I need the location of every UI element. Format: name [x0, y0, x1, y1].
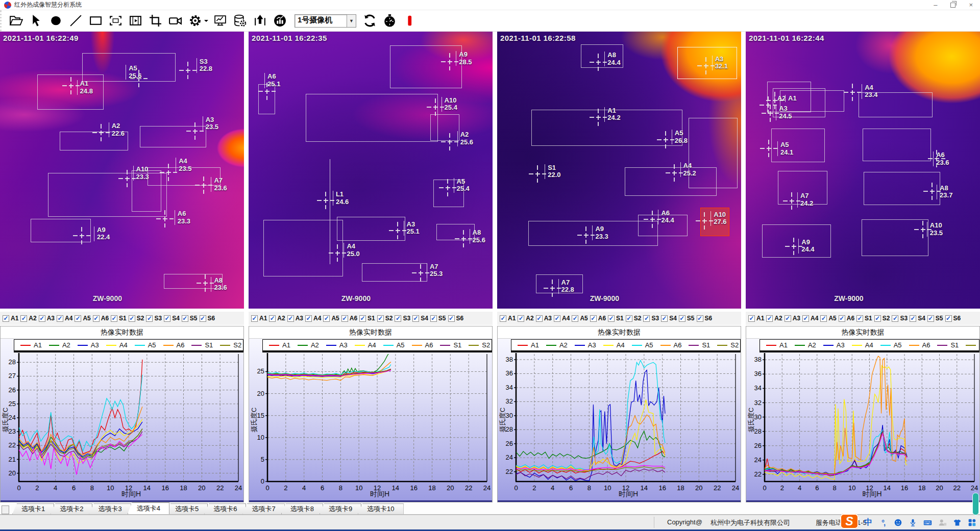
toggle-S3[interactable]: ✓S3	[892, 315, 908, 322]
restore-button[interactable]	[950, 1, 955, 10]
checkbox-checked-icon[interactable]: ✓	[305, 315, 312, 322]
ime-skin-icon[interactable]	[952, 517, 962, 527]
checkbox-checked-icon[interactable]: ✓	[697, 315, 703, 322]
checkbox-checked-icon[interactable]: ✓	[626, 315, 632, 322]
toggle-A4[interactable]: ✓A4	[57, 315, 72, 322]
checkbox-checked-icon[interactable]: ✓	[57, 315, 63, 322]
refresh-icon[interactable]	[360, 12, 379, 30]
checkbox-checked-icon[interactable]: ✓	[802, 315, 809, 322]
checkbox-checked-icon[interactable]: ✓	[945, 315, 952, 322]
toggle-A2[interactable]: ✓A2	[518, 315, 533, 322]
toggle-A3[interactable]: ✓A3	[287, 315, 303, 322]
tab-7[interactable]: 选项卡7	[242, 503, 284, 514]
ellipse-tool-icon[interactable]	[46, 12, 65, 30]
camera-select[interactable]: 1号摄像机▼	[295, 14, 356, 28]
camera-select-arrow-icon[interactable]: ▼	[347, 15, 356, 27]
checkbox-checked-icon[interactable]: ✓	[377, 315, 384, 322]
toggle-S6[interactable]: ✓S6	[945, 315, 961, 322]
timer-icon[interactable]	[380, 12, 399, 30]
toggle-A5[interactable]: ✓A5	[820, 315, 836, 322]
tab-9[interactable]: 选项卡9	[320, 503, 361, 514]
toggle-S6[interactable]: ✓S6	[200, 315, 215, 322]
tab-6[interactable]: 选项卡6	[204, 503, 246, 514]
checkbox-checked-icon[interactable]: ✓	[448, 315, 455, 322]
toggle-S2[interactable]: ✓S2	[129, 315, 144, 322]
tab-10[interactable]: 选项卡10	[358, 503, 403, 514]
checkbox-checked-icon[interactable]: ✓	[554, 315, 560, 322]
toggle-S6[interactable]: ✓S6	[697, 315, 713, 322]
checkbox-checked-icon[interactable]: ✓	[323, 315, 330, 322]
toggle-S4[interactable]: ✓S4	[661, 315, 677, 322]
checkbox-checked-icon[interactable]: ✓	[892, 315, 898, 322]
toggle-A1[interactable]: ✓A1	[251, 315, 267, 322]
checkbox-checked-icon[interactable]: ✓	[608, 315, 615, 322]
checkbox-checked-icon[interactable]: ✓	[287, 315, 294, 322]
toggle-A5[interactable]: ✓A5	[75, 315, 90, 322]
thermal-view-1[interactable]: 2021-11-01 16:22:49ZW-9000A124.8A525.6S3…	[0, 32, 244, 309]
checkbox-checked-icon[interactable]: ✓	[572, 315, 578, 322]
checkbox-checked-icon[interactable]: ✓	[679, 315, 685, 322]
checkbox-checked-icon[interactable]: ✓	[412, 315, 419, 322]
toggle-S3[interactable]: ✓S3	[395, 315, 410, 322]
checkbox-checked-icon[interactable]: ✓	[129, 315, 135, 322]
checkbox-checked-icon[interactable]: ✓	[536, 315, 543, 322]
ime-person-icon[interactable]	[937, 517, 947, 527]
checkbox-checked-icon[interactable]: ✓	[395, 315, 401, 322]
tab-8[interactable]: 选项卡8	[281, 503, 323, 514]
toggle-S2[interactable]: ✓S2	[626, 315, 642, 322]
checkbox-checked-icon[interactable]: ✓	[251, 315, 258, 322]
camera-tool-icon[interactable]	[166, 12, 184, 30]
checkbox-checked-icon[interactable]: ✓	[93, 315, 100, 322]
checkbox-checked-icon[interactable]: ✓	[748, 315, 755, 322]
checkbox-checked-icon[interactable]: ✓	[359, 315, 366, 322]
checkbox-checked-icon[interactable]: ✓	[164, 315, 170, 322]
toggle-S5[interactable]: ✓S5	[182, 315, 198, 322]
video-playback-icon[interactable]	[126, 12, 144, 30]
minimize-button[interactable]: –	[934, 1, 937, 10]
gear-dropdown-arrow-icon[interactable]	[204, 16, 210, 26]
rect-tool-icon[interactable]	[86, 12, 105, 30]
checkbox-checked-icon[interactable]: ✓	[856, 315, 863, 322]
toggle-S5[interactable]: ✓S5	[679, 315, 695, 322]
checkbox-checked-icon[interactable]: ✓	[111, 315, 117, 322]
ime-keyboard-icon[interactable]	[922, 517, 933, 527]
tab-5[interactable]: 选项卡5	[166, 503, 208, 514]
ime-emoji-icon[interactable]	[893, 517, 903, 527]
ime-toolbox-icon[interactable]	[967, 517, 977, 527]
toggle-S3[interactable]: ✓S3	[643, 315, 659, 322]
toggle-A4[interactable]: ✓A4	[554, 315, 570, 322]
thermal-view-2[interactable]: 2021-11-01 16:22:35ZW-9000A625.1A928.5A1…	[249, 32, 493, 309]
checkbox-checked-icon[interactable]: ✓	[20, 315, 27, 322]
checkbox-checked-icon[interactable]: ✓	[430, 315, 437, 322]
checkbox-checked-icon[interactable]: ✓	[341, 315, 348, 322]
tab-1[interactable]: 选项卡1	[12, 503, 54, 514]
toggle-A5[interactable]: ✓A5	[323, 315, 339, 322]
toggle-S1[interactable]: ✓S1	[856, 315, 872, 322]
ime-zh-icon[interactable]: 中	[863, 517, 873, 527]
ime-mic-icon[interactable]	[908, 517, 918, 527]
export-icon[interactable]	[251, 12, 269, 30]
toggle-A3[interactable]: ✓A3	[785, 315, 800, 322]
checkbox-checked-icon[interactable]: ✓	[39, 315, 45, 322]
toggle-S5[interactable]: ✓S5	[430, 315, 446, 322]
toggle-S4[interactable]: ✓S4	[412, 315, 428, 322]
checkbox-checked-icon[interactable]: ✓	[643, 315, 650, 322]
toggle-A5[interactable]: ✓A5	[572, 315, 587, 322]
checkbox-checked-icon[interactable]: ✓	[518, 315, 524, 322]
checkbox-checked-icon[interactable]: ✓	[820, 315, 827, 322]
toggle-A4[interactable]: ✓A4	[305, 315, 321, 322]
checkbox-checked-icon[interactable]: ✓	[146, 315, 153, 322]
toggle-A2[interactable]: ✓A2	[20, 315, 36, 322]
checkbox-checked-icon[interactable]: ✓	[182, 315, 188, 322]
toggle-A6[interactable]: ✓A6	[839, 315, 854, 322]
database-config-icon[interactable]	[231, 12, 249, 30]
region-tool-icon[interactable]	[106, 12, 125, 30]
toggle-A2[interactable]: ✓A2	[766, 315, 782, 322]
toggle-A6[interactable]: ✓A6	[93, 315, 109, 322]
toggle-A2[interactable]: ✓A2	[269, 315, 285, 322]
tab-4[interactable]: 选项卡4	[128, 502, 169, 514]
thermal-view-4[interactable]: 2021-11-01 16:22:44ZW-9000A2A1A324.5A423…	[746, 32, 980, 309]
checkbox-checked-icon[interactable]: ✓	[910, 315, 916, 322]
toggle-S4[interactable]: ✓S4	[910, 315, 925, 322]
ime-punct-icon[interactable]: °,	[878, 517, 888, 527]
